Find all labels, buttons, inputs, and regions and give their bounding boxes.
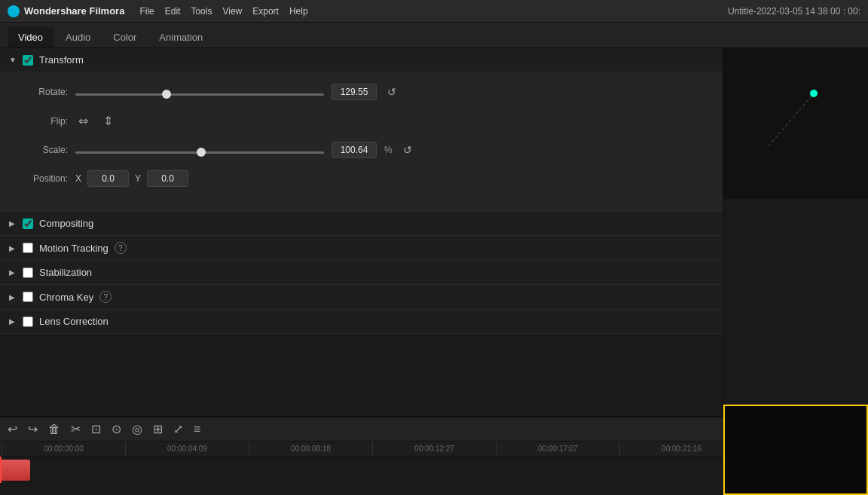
position-label: Position:	[15, 173, 68, 184]
track-clip[interactable]	[0, 460, 30, 481]
flip-row: Flip: ⇔ ⇕	[15, 112, 708, 130]
tab-bar: Video Audio Color Animation	[0, 23, 868, 48]
flip-horizontal-icon[interactable]: ⇔	[75, 112, 91, 130]
motion-tracking-help-icon[interactable]: ?	[115, 242, 127, 254]
left-panel: ▼ Transform Rotate: 129.55 ↺	[0, 48, 723, 495]
scale-label: Scale:	[15, 145, 68, 155]
rotate-input[interactable]: 129.55	[332, 84, 377, 100]
menu-view[interactable]: View	[222, 6, 242, 17]
ruler-tick-0: 00:00:00:00	[2, 442, 125, 456]
audio-icon[interactable]: ≡	[194, 423, 200, 436]
transform-checkbox[interactable]	[23, 55, 33, 66]
motion-tracking-section: ▶ Motion Tracking ?	[0, 236, 723, 261]
chroma-key-header[interactable]: ▶ Chroma Key ?	[0, 285, 723, 309]
chroma-key-label: Chroma Key	[39, 292, 93, 303]
scale-row: Scale: 100.64 % ↺	[15, 142, 708, 158]
position-row: Position: X Y	[15, 170, 708, 187]
scale-reset-button[interactable]: ↺	[400, 144, 415, 156]
split-icon[interactable]: ⊞	[153, 422, 163, 436]
motion-tracking-label: Motion Tracking	[39, 243, 108, 254]
menu-help[interactable]: Help	[289, 6, 308, 17]
menu-file[interactable]: File	[139, 6, 154, 17]
app-brand: Wondershare Filmora	[24, 5, 124, 17]
motion-tracking-chevron: ▶	[9, 244, 17, 252]
scale-slider[interactable]	[75, 151, 324, 154]
color-icon[interactable]: ◎	[132, 422, 142, 436]
window-title: Untitle-2022-03-05 14 38 00 : 00:	[728, 6, 860, 17]
x-label: X	[75, 173, 81, 184]
motion-point	[810, 90, 818, 97]
app-logo: Wondershare Filmora	[8, 5, 124, 17]
chroma-key-checkbox[interactable]	[23, 292, 33, 302]
transform-label: Transform	[39, 54, 84, 66]
fullscreen-icon[interactable]: ⤢	[173, 422, 183, 436]
lens-correction-chevron: ▶	[9, 317, 17, 325]
compositing-checkbox[interactable]	[23, 218, 33, 229]
ruler-tick-4: 00:00:17:07	[496, 442, 619, 456]
stabilization-chevron: ▶	[9, 268, 17, 277]
menu-tools[interactable]: Tools	[191, 6, 212, 17]
undo-icon[interactable]: ↩	[8, 422, 17, 436]
tab-animation[interactable]: Animation	[148, 27, 213, 47]
menu-edit[interactable]: Edit	[165, 6, 181, 17]
yellow-highlight-box	[723, 405, 868, 495]
lens-correction-header[interactable]: ▶ Lens Correction	[0, 310, 723, 333]
crop-icon[interactable]: ⊡	[91, 422, 101, 436]
scale-slider-container	[75, 145, 324, 156]
stabilization-header[interactable]: ▶ Stabilization	[0, 261, 723, 284]
position-y-input[interactable]	[147, 170, 188, 187]
compositing-header[interactable]: ▶ Compositing	[0, 212, 723, 235]
right-panel	[723, 48, 868, 495]
stabilization-label: Stabilization	[39, 267, 92, 278]
properties-panel: ▼ Transform Rotate: 129.55 ↺	[0, 48, 723, 334]
compositing-chevron: ▶	[9, 219, 17, 228]
scale-input[interactable]: 100.64	[332, 142, 377, 158]
motion-tracking-header[interactable]: ▶ Motion Tracking ?	[0, 236, 723, 260]
transform-section: ▼ Transform Rotate: 129.55 ↺	[0, 48, 723, 212]
transform-content: Rotate: 129.55 ↺ Flip: ⇔ ⇕	[0, 72, 723, 211]
transform-header[interactable]: ▼ Transform	[0, 48, 723, 72]
rotate-reset-button[interactable]: ↺	[384, 86, 399, 98]
lens-correction-label: Lens Correction	[39, 316, 108, 327]
compositing-section: ▶ Compositing	[0, 212, 723, 236]
speed-icon[interactable]: ⊙	[112, 422, 121, 436]
motion-tracking-checkbox[interactable]	[23, 243, 33, 253]
rotate-row: Rotate: 129.55 ↺	[15, 84, 708, 100]
position-x-input[interactable]	[87, 170, 129, 187]
flip-vertical-icon[interactable]: ⇕	[100, 112, 116, 130]
motion-svg	[723, 48, 868, 199]
titlebar: Wondershare Filmora File Edit Tools View…	[0, 0, 868, 23]
cut-icon[interactable]: ✂	[71, 422, 81, 436]
ruler-tick-3: 00:00:12:27	[372, 442, 496, 456]
tab-video[interactable]: Video	[8, 27, 53, 47]
playhead	[0, 457, 2, 483]
rotate-slider[interactable]	[75, 93, 324, 96]
menu-export[interactable]: Export	[252, 6, 279, 17]
logo-icon	[8, 5, 20, 17]
chroma-key-chevron: ▶	[9, 293, 17, 301]
chroma-key-help-icon[interactable]: ?	[99, 291, 112, 303]
main-layout: ▼ Transform Rotate: 129.55 ↺	[0, 48, 868, 495]
chroma-key-section: ▶ Chroma Key ?	[0, 285, 723, 310]
tab-audio[interactable]: Audio	[55, 27, 101, 47]
delete-icon[interactable]: 🗑	[48, 423, 60, 436]
flip-icons: ⇔ ⇕	[75, 112, 116, 130]
preview-area	[723, 48, 868, 199]
compositing-label: Compositing	[39, 218, 93, 229]
menu-bar: File Edit Tools View Export Help	[139, 6, 307, 17]
flip-label: Flip:	[15, 116, 68, 127]
lens-correction-checkbox[interactable]	[23, 316, 33, 327]
svg-line-0	[769, 93, 814, 146]
redo-icon[interactable]: ↪	[28, 422, 38, 436]
position-inputs: X Y	[75, 170, 188, 187]
ruler-tick-1: 00:00:04:09	[125, 442, 249, 456]
tab-color[interactable]: Color	[102, 27, 147, 47]
stabilization-checkbox[interactable]	[23, 267, 33, 278]
y-label: Y	[135, 173, 141, 184]
rotate-label: Rotate:	[15, 87, 68, 97]
ruler-tick-2: 00:00:08:18	[249, 442, 372, 456]
lens-correction-section: ▶ Lens Correction	[0, 310, 723, 334]
transform-chevron: ▼	[9, 56, 17, 64]
scale-unit: %	[384, 145, 393, 155]
stabilization-section: ▶ Stabilization	[0, 261, 723, 285]
